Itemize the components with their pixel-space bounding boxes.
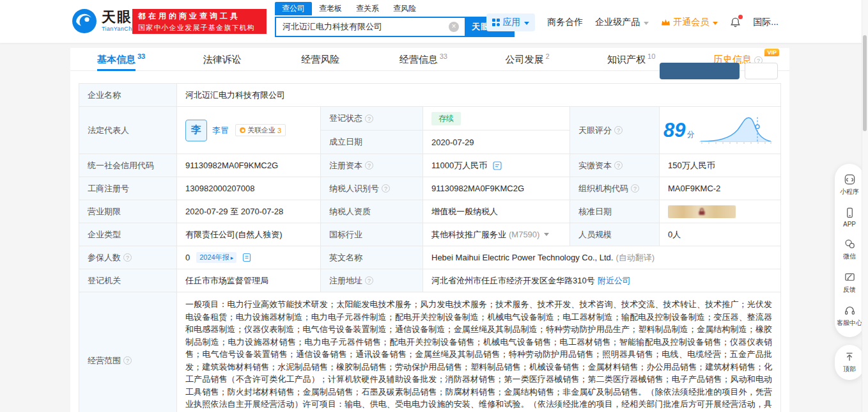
notifications-bell[interactable] <box>730 17 741 28</box>
search-tab-company[interactable]: 查公司 <box>275 2 312 15</box>
help-icon[interactable] <box>123 253 132 262</box>
locked-value[interactable] <box>668 205 736 218</box>
help-icon[interactable] <box>365 115 373 123</box>
nav-business-cooperation[interactable]: 商务合作 <box>547 17 583 28</box>
back-to-top-button[interactable]: 顶部 <box>835 345 864 380</box>
tab-count: 2 <box>545 52 549 60</box>
scrollbar-track[interactable] <box>862 0 868 412</box>
insured-cell: 0 2024年报 <box>177 246 321 269</box>
score-distribution-chart <box>698 113 773 148</box>
clear-search-icon[interactable] <box>449 22 459 32</box>
nav-enterprise-products[interactable]: 企业级产品 <box>595 17 649 28</box>
term-value: 2020-07-29 至 2070-07-28 <box>177 200 321 223</box>
chevron-down-icon[interactable] <box>544 233 549 236</box>
nav-business-label: 商务合作 <box>547 17 583 28</box>
nearby-companies-link[interactable]: 附近公司 <box>598 275 631 287</box>
chevron-down-icon <box>644 22 649 25</box>
field-label-reg-authority: 登记机关 <box>79 269 177 292</box>
reg-status-cell: 存续 <box>423 107 570 131</box>
nav-apps[interactable]: 应用 <box>486 13 535 31</box>
field-label-taxpayer-quality: 纳税人资质 <box>321 200 423 223</box>
tab-basic-info[interactable]: 基本信息33 <box>97 48 145 71</box>
chevron-down-icon <box>524 22 529 25</box>
annual-report-badge[interactable]: 2024年报 <box>196 252 236 263</box>
help-icon[interactable] <box>631 184 639 193</box>
tab-intellectual-property[interactable]: 知识产权10 <box>607 48 655 71</box>
field-label-org-code: 组织机构代码 <box>570 177 660 200</box>
top-navigation: 应用 商务合作 企业级产品 开通会员 国际... <box>486 13 779 31</box>
tab-operating-risk[interactable]: 经营风险 <box>301 48 341 71</box>
sidebar-item-feedback[interactable]: 反馈 <box>835 266 864 299</box>
medal-icon <box>240 127 245 133</box>
table-row: 登记机关 任丘市市场监督管理局 注册地址 河北省沧州市任丘市经济开发区金华路31… <box>79 269 780 292</box>
related-companies-badge[interactable]: 关联企业 3 <box>235 124 286 136</box>
tab-label: 公司发展 <box>505 54 543 65</box>
search-tab-relation[interactable]: 查关系 <box>349 2 386 15</box>
english-name-cell: Hebei Maihui Electric Power Technology C… <box>423 246 780 269</box>
industry-cell: 其他科技推广服务业 (M7590) <box>423 223 570 246</box>
field-label-paid-capital: 实缴资本 <box>570 154 660 177</box>
table-row: 营业期限 2020-07-29 至 2070-07-28 纳税人资质 增值税一般… <box>79 200 780 223</box>
search-tab-risk[interactable]: 查风险 <box>386 2 423 15</box>
tab-label: 基本信息 <box>97 54 136 65</box>
crown-icon <box>661 19 670 26</box>
legal-rep-avatar[interactable]: 李 <box>185 120 207 141</box>
field-label-english-name: 英文名称 <box>321 246 423 269</box>
help-icon[interactable] <box>614 161 623 170</box>
grid-icon <box>492 19 500 26</box>
sidebar-item-miniprogram[interactable]: 小程序 <box>835 168 864 202</box>
tab-label: 知识产权 <box>607 54 646 65</box>
sidebar-item-app[interactable]: APP <box>835 202 864 233</box>
status-badge: 存续 <box>431 112 461 125</box>
sidebar-item-label: 小程序 <box>840 187 859 196</box>
partial-overlay-button-secondary[interactable] <box>745 63 778 79</box>
sidebar-item-customer-service[interactable]: 客服中心 <box>835 299 864 333</box>
org-code-value: MA0F9KMC-2 <box>660 177 780 200</box>
tab-business-info[interactable]: 经营信息33 <box>399 48 447 71</box>
score-cell[interactable]: 89分 <box>660 107 780 154</box>
field-label-approval-date: 核准日期 <box>570 200 660 223</box>
scrollbar-thumb[interactable] <box>863 35 867 131</box>
legal-rep-name-link[interactable]: 李冒 <box>212 125 229 136</box>
address-value: 河北省沧州市任丘市经济开发区金华路310号 <box>431 275 595 287</box>
sidebar-group: 小程序 APP 微信 反馈 <box>835 164 864 337</box>
score-value: 89 <box>663 120 685 140</box>
table-row: 工商注册号 130982000207008 纳税人识别号 91130982MA0… <box>79 177 780 200</box>
help-icon[interactable] <box>365 276 373 285</box>
chevron-down-icon <box>713 22 718 25</box>
related-companies-label: 关联企业 <box>247 125 275 135</box>
industry-code: (M7590) <box>509 230 539 239</box>
top-bar: 天眼查 TianYanCha.com 都在用的商业查询工具 国家中小企业发展子基… <box>0 0 868 43</box>
table-row: 法定代表人 李 李冒 关联企业 3 登记状态 存续 天眼评分 89分 <box>79 107 780 154</box>
field-label-est-date: 成立日期 <box>321 131 423 154</box>
help-icon[interactable] <box>123 356 132 365</box>
sidebar-item-label: APP <box>843 221 856 228</box>
tab-legal-proceedings[interactable]: 法律诉讼 <box>203 48 244 71</box>
search-tab-boss[interactable]: 查老板 <box>312 2 349 15</box>
sidebar-item-wechat[interactable]: 微信 <box>835 233 864 266</box>
search-input[interactable] <box>275 17 465 37</box>
lock-icon <box>698 207 706 216</box>
annual-report-icon[interactable] <box>242 253 251 262</box>
english-name-note: (自动翻译) <box>616 252 655 264</box>
nav-international[interactable]: 国际... <box>753 17 779 28</box>
company-type-value: 有限责任公司(自然人独资) <box>177 223 321 246</box>
tab-count: 10 <box>647 52 655 60</box>
field-label-reg-no: 工商注册号 <box>79 177 177 200</box>
tab-company-development[interactable]: 公司发展2 <box>505 48 549 71</box>
field-label-insured: 参保人数 <box>79 246 177 269</box>
nav-open-vip[interactable]: 开通会员 <box>661 17 718 28</box>
tab-count: 33 <box>440 52 447 60</box>
help-icon[interactable] <box>614 126 623 134</box>
field-label-taxpayer-id: 纳税人识别号 <box>321 177 423 200</box>
help-icon[interactable] <box>365 161 373 170</box>
company-name-value: 河北迈汇电力科技有限公司 <box>177 84 780 107</box>
tab-count: 33 <box>137 52 145 60</box>
field-label-scope: 经营范围 <box>79 292 177 412</box>
field-label-reg-capital: 注册资本 <box>321 154 423 177</box>
capital-assess-icon[interactable] <box>493 161 502 170</box>
partial-overlay-button-primary[interactable] <box>660 63 740 79</box>
est-date-value: 2020-07-29 <box>423 131 570 154</box>
help-icon[interactable] <box>382 184 390 193</box>
insured-value: 0 <box>185 253 190 262</box>
